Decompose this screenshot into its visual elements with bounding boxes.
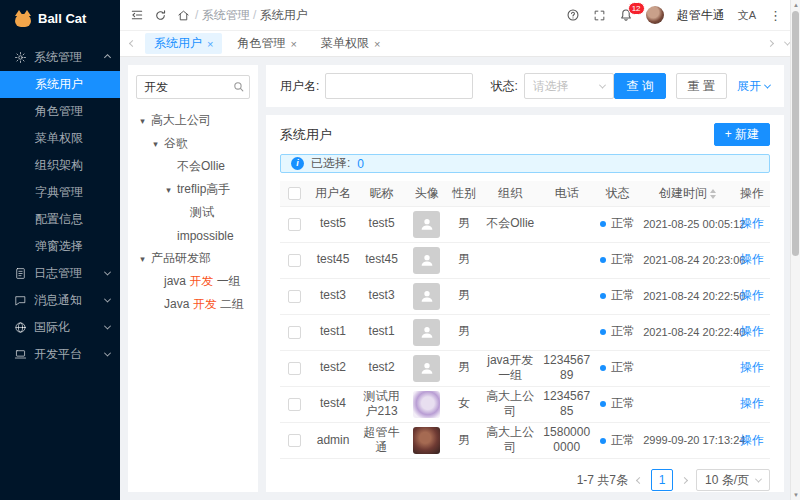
tab[interactable]: 系统用户 ×: [145, 33, 222, 54]
card-header: 系统用户 + 新建: [266, 115, 784, 152]
cell-gender: 男: [447, 422, 481, 458]
search-button[interactable]: 查 询: [614, 73, 665, 99]
tree-node[interactable]: java 开发 一组: [136, 270, 250, 293]
help-icon[interactable]: [566, 8, 580, 22]
cell-status: 正常: [594, 386, 641, 422]
column-header: 创建时间: [641, 181, 734, 206]
row-action-link[interactable]: 操作: [740, 288, 764, 302]
sidebar-item[interactable]: 字典管理: [0, 179, 120, 206]
sidebar-item[interactable]: 菜单权限: [0, 125, 120, 152]
row-action-link[interactable]: 操作: [740, 396, 764, 410]
globe-icon: [14, 321, 27, 334]
row-action-link[interactable]: 操作: [740, 324, 764, 338]
sort-icon[interactable]: [710, 189, 716, 199]
create-button[interactable]: + 新建: [714, 123, 770, 146]
status-field-label: 状态:: [490, 78, 517, 95]
close-icon[interactable]: ×: [374, 38, 380, 50]
user-table: 用户名昵称头像性别组织电话状态创建时间操作 test5 test5 男 不会Ol…: [280, 181, 770, 459]
tree-node[interactable]: impossible: [136, 224, 250, 247]
sidebar-item[interactable]: 角色管理: [0, 98, 120, 125]
reload-icon[interactable]: [154, 9, 167, 22]
content: ▾ 高大上公司 ▾ 谷歌 不会Ollie ▾ treflip高手 测试 impo…: [120, 57, 800, 500]
tree-node[interactable]: 测试: [136, 201, 250, 224]
tabs-scroll-left-icon[interactable]: [128, 41, 137, 46]
row-checkbox[interactable]: [288, 326, 301, 339]
more-menu-icon[interactable]: ⋮: [769, 8, 782, 23]
column-header: 昵称: [357, 181, 407, 206]
translate-icon[interactable]: 文A: [738, 8, 756, 23]
reset-button[interactable]: 重 置: [676, 73, 727, 99]
tab-label: 系统用户: [154, 35, 202, 52]
laptop-icon: [14, 348, 27, 361]
tab[interactable]: 角色管理 ×: [228, 33, 305, 54]
sidebar-item[interactable]: 组织架构: [0, 152, 120, 179]
close-icon[interactable]: ×: [207, 38, 213, 50]
username-input[interactable]: [325, 73, 473, 99]
cell-status: 正常: [594, 314, 641, 350]
page-scrollbar[interactable]: ▲ ▼: [790, 0, 800, 500]
username-label[interactable]: 超管牛通: [677, 7, 725, 24]
page-size-select[interactable]: 10 条/页: [696, 469, 770, 491]
table-row: test2 test2 男 java开发一组 123456789 正常 操作: [280, 350, 770, 386]
scroll-up-icon[interactable]: ▲: [791, 0, 800, 10]
tree-node[interactable]: ▾ 高大上公司: [136, 109, 250, 132]
cell-phone: [540, 242, 594, 278]
tabs: 系统用户 × 角色管理 × 菜单权限 ×: [145, 33, 758, 54]
sidebar-group[interactable]: 消息通知: [0, 287, 120, 314]
scrollbar-thumb[interactable]: [792, 11, 799, 256]
row-action-link[interactable]: 操作: [740, 252, 764, 266]
column-header: 性别: [447, 181, 481, 206]
column-header: 头像: [406, 181, 447, 206]
next-page-button[interactable]: [682, 478, 687, 483]
brand-logo[interactable]: Ball Cat: [0, 0, 120, 36]
close-icon[interactable]: ×: [290, 38, 296, 50]
sidebar-item[interactable]: 配置信息: [0, 206, 120, 233]
breadcrumb-item[interactable]: 系统管理: [202, 8, 250, 22]
row-checkbox[interactable]: [288, 290, 301, 303]
sidebar-group[interactable]: 国际化: [0, 314, 120, 341]
expand-link[interactable]: 展开: [737, 78, 770, 95]
row-checkbox[interactable]: [288, 218, 301, 231]
tree-node[interactable]: ▾ 谷歌: [136, 132, 250, 155]
column-header: 用户名: [309, 181, 356, 206]
tree-node[interactable]: ▾ treflip高手: [136, 178, 250, 201]
sidebar-group[interactable]: 日志管理: [0, 260, 120, 287]
row-checkbox[interactable]: [288, 398, 301, 411]
row-action-link[interactable]: 操作: [740, 360, 764, 374]
fullscreen-icon[interactable]: [593, 9, 606, 22]
prev-page-button[interactable]: [637, 478, 642, 483]
notifications-button[interactable]: 12: [619, 8, 633, 22]
scroll-down-icon[interactable]: ▼: [791, 490, 800, 500]
table-row: test45 test45 男 正常 2021-08-24 20:23:06 操…: [280, 242, 770, 278]
cell-created: 2999-09-20 17:13:24: [641, 422, 734, 458]
status-select[interactable]: 请选择: [524, 73, 614, 99]
row-checkbox[interactable]: [288, 434, 301, 447]
sidebar-group[interactable]: 系统管理: [0, 44, 120, 71]
row-checkbox[interactable]: [288, 254, 301, 267]
page-number-button[interactable]: 1: [651, 469, 673, 491]
avatar-placeholder-icon: [413, 283, 440, 310]
tree-node[interactable]: ▾ 产品研发部: [136, 247, 250, 270]
select-all-checkbox[interactable]: [288, 187, 301, 200]
log-icon: [14, 267, 27, 280]
cell-nickname: test1: [357, 314, 407, 350]
topbar-actions: 12 超管牛通 文A ⋮: [566, 6, 782, 24]
tree-node[interactable]: Java 开发 二组: [136, 293, 250, 316]
home-icon[interactable]: [177, 9, 190, 22]
sidebar-item[interactable]: 系统用户: [0, 71, 120, 98]
row-action-link[interactable]: 操作: [740, 433, 764, 447]
menu-fold-icon[interactable]: [130, 8, 144, 22]
tabs-scroll-right-icon[interactable]: [766, 41, 775, 46]
sidebar-item[interactable]: 弹窗选择: [0, 233, 120, 260]
cell-org: java开发一组: [481, 350, 540, 386]
avatar-placeholder-icon: [413, 355, 440, 382]
tree-node[interactable]: 不会Ollie: [136, 155, 250, 178]
sidebar-group[interactable]: 开发平台: [0, 341, 120, 368]
row-action-link[interactable]: 操作: [740, 216, 764, 230]
tab[interactable]: 菜单权限 ×: [312, 33, 389, 54]
user-avatar[interactable]: [646, 6, 664, 24]
search-icon[interactable]: [232, 80, 245, 96]
table-header-row: 用户名昵称头像性别组织电话状态创建时间操作: [280, 181, 770, 206]
breadcrumb-item[interactable]: 系统用户: [260, 8, 308, 22]
row-checkbox[interactable]: [288, 362, 301, 375]
